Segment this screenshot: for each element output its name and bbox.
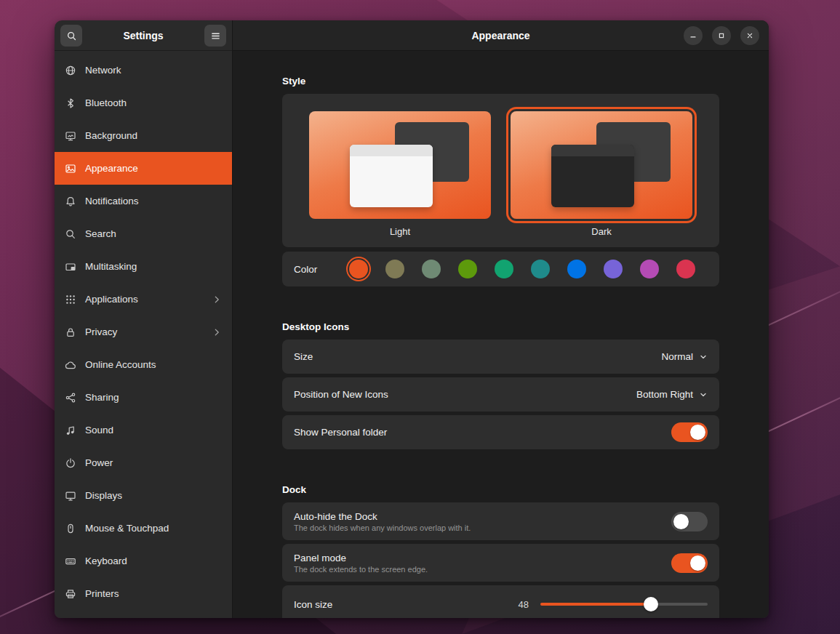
accent-color-purple[interactable] xyxy=(604,260,623,278)
auto-hide-dock-toggle[interactable] xyxy=(671,512,708,531)
keyboard-icon xyxy=(65,555,76,567)
accent-color-swatches xyxy=(349,260,695,278)
toggle-knob xyxy=(690,555,705,571)
globe-icon xyxy=(65,65,76,76)
chevron-right-icon xyxy=(212,327,222,337)
theme-label: Light xyxy=(390,226,410,237)
sidebar-item-label: Background xyxy=(85,130,137,141)
bluetooth-icon xyxy=(65,97,76,109)
icon-size-value: 48 xyxy=(519,599,529,610)
row-subtitle: The dock hides when any windows overlap … xyxy=(294,523,671,532)
accent-color-row: Color xyxy=(282,252,719,286)
size-dropdown[interactable]: Normal xyxy=(661,351,708,362)
music-note-icon xyxy=(65,425,76,436)
color-row-label: Color xyxy=(294,264,340,275)
sidebar-item-bluetooth[interactable]: Bluetooth xyxy=(55,87,232,119)
sidebar-item-sharing[interactable]: Sharing xyxy=(55,381,232,414)
section-title-style: Style xyxy=(282,76,719,87)
sidebar-item-label: Privacy xyxy=(85,326,117,337)
sidebar-item-notifications[interactable]: Notifications xyxy=(55,185,232,217)
row-subtitle: The dock extends to the screen edge. xyxy=(294,565,671,574)
accent-color-sage[interactable] xyxy=(422,260,441,278)
show-personal-folder-row[interactable]: Show Personal folder xyxy=(282,415,719,449)
panel-mode-toggle[interactable] xyxy=(671,553,708,573)
light-theme-preview xyxy=(309,111,491,219)
mock-titlebar xyxy=(350,145,433,156)
sidebar-item-online-accounts[interactable]: Online Accounts xyxy=(55,348,232,381)
minimize-icon xyxy=(689,31,697,40)
sidebar-item-applications[interactable]: Applications xyxy=(55,283,232,316)
hamburger-menu-icon xyxy=(210,31,221,41)
multitasking-icon xyxy=(65,261,76,273)
search-icon xyxy=(65,228,76,240)
close-button[interactable] xyxy=(740,26,759,45)
sidebar-item-privacy[interactable]: Privacy xyxy=(55,316,232,348)
power-icon xyxy=(65,457,76,469)
row-label: Position of New Icons xyxy=(294,389,636,400)
size-row[interactable]: Size Normal xyxy=(282,340,719,374)
sidebar-item-keyboard[interactable]: Keyboard xyxy=(55,545,232,577)
sidebar-item-label: Keyboard xyxy=(85,555,127,566)
position-of-new-icons-row[interactable]: Position of New Icons Bottom Right xyxy=(282,377,719,412)
theme-option-light[interactable]: Light xyxy=(309,111,491,237)
dark-theme-preview xyxy=(511,111,692,219)
sidebar-item-displays[interactable]: Displays xyxy=(55,479,232,512)
sidebar-item-sound[interactable]: Sound xyxy=(55,414,232,446)
sidebar-item-label: Sound xyxy=(85,425,113,436)
sidebar-item-mouse-touchpad[interactable]: Mouse & Touchpad xyxy=(55,512,232,545)
maximize-button[interactable] xyxy=(712,26,731,45)
sidebar-title: Settings xyxy=(88,30,199,41)
accent-color-blue[interactable] xyxy=(567,260,586,278)
display-icon xyxy=(65,490,76,502)
slider-knob[interactable] xyxy=(644,597,658,611)
sidebar-item-label: Appearance xyxy=(85,163,138,174)
sidebar-item-label: Network xyxy=(85,65,121,76)
lock-icon xyxy=(65,326,76,338)
show-personal-folder-toggle[interactable] xyxy=(671,422,708,442)
position-dropdown[interactable]: Bottom Right xyxy=(636,389,708,400)
accent-color-magenta[interactable] xyxy=(640,260,659,278)
sidebar-header: Settings xyxy=(55,20,232,51)
icon-size-row[interactable]: Icon size 48 xyxy=(282,585,719,618)
settings-window: Settings Network Bluetooth xyxy=(55,20,769,618)
sidebar-item-label: Multitasking xyxy=(85,261,137,272)
accent-color-orange[interactable] xyxy=(349,260,368,278)
sidebar-item-label: Search xyxy=(85,228,116,239)
search-button[interactable] xyxy=(60,25,82,47)
search-icon xyxy=(66,31,77,41)
primary-menu-button[interactable] xyxy=(204,25,226,47)
row-label: Icon size xyxy=(294,599,519,610)
theme-option-dark[interactable]: Dark xyxy=(511,111,692,237)
headerbar: Appearance xyxy=(233,20,769,51)
sidebar-item-background[interactable]: Background xyxy=(55,119,232,152)
accent-color-bark[interactable] xyxy=(385,260,404,278)
sidebar-item-label: Notifications xyxy=(85,196,139,206)
section-title-desktop-icons: Desktop Icons xyxy=(282,321,719,332)
sidebar-item-power[interactable]: Power xyxy=(55,446,232,479)
icon-size-slider[interactable] xyxy=(540,595,708,614)
sidebar-item-printers[interactable]: Printers xyxy=(55,577,232,610)
sidebar-item-appearance[interactable]: Appearance xyxy=(55,152,232,185)
dropdown-value: Bottom Right xyxy=(636,389,693,400)
close-icon xyxy=(745,31,754,40)
app-grid-icon xyxy=(65,294,76,305)
minimize-button[interactable] xyxy=(684,26,703,45)
accent-color-red[interactable] xyxy=(676,260,695,278)
section-title-dock: Dock xyxy=(282,484,719,495)
dropdown-value: Normal xyxy=(661,351,693,362)
sidebar-item-search[interactable]: Search xyxy=(55,217,232,250)
sidebar-item-network[interactable]: Network xyxy=(55,54,232,87)
panel-mode-row[interactable]: Panel mode The dock extends to the scree… xyxy=(282,544,719,582)
sidebar-item-label: Power xyxy=(85,457,113,468)
toggle-knob xyxy=(690,425,705,440)
accent-color-viridian[interactable] xyxy=(495,260,513,278)
desktop-icons-rows: Size Normal Position of New Icons Bott xyxy=(282,340,719,449)
accent-color-olive[interactable] xyxy=(458,260,477,278)
auto-hide-dock-row[interactable]: Auto-hide the Dock The dock hides when a… xyxy=(282,502,719,540)
sidebar-item-multitasking[interactable]: Multitasking xyxy=(55,250,232,283)
mock-front-window xyxy=(350,145,433,207)
content-scroll-area[interactable]: Style Light xyxy=(233,51,769,618)
accent-color-prussian-green[interactable] xyxy=(531,260,550,278)
sidebar-item-label: Online Accounts xyxy=(85,359,156,370)
maximize-icon xyxy=(717,31,726,40)
